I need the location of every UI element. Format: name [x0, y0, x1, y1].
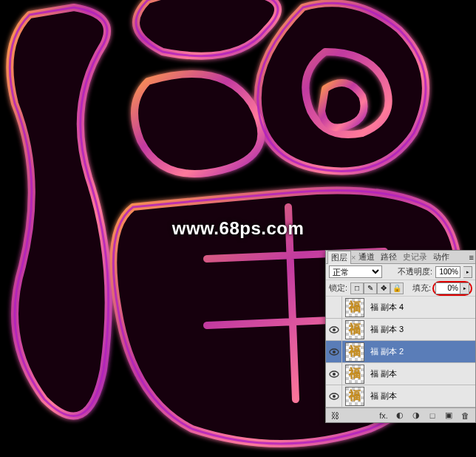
new-layer-icon[interactable]: ▣: [441, 410, 456, 422]
eye-icon: [329, 348, 339, 356]
blend-mode-select[interactable]: 正常: [329, 265, 382, 278]
layer-name-label[interactable]: 福 副本: [367, 390, 475, 402]
layer-name-label[interactable]: 福 副本 3: [367, 324, 475, 335]
layer-thumbnail: 福: [342, 341, 367, 362]
layers-panel: 图层 × 通道 路径 史记录 动作 ≡ 正常 不透明度: 100% ▸ 锁定: …: [325, 250, 476, 423]
panel-menu-icon[interactable]: ≡: [469, 253, 474, 262]
layer-name-label[interactable]: 福 副本: [367, 368, 475, 379]
fx-icon[interactable]: fx.: [376, 410, 391, 422]
fill-highlight-annotation: 0% ▸: [432, 281, 472, 296]
layer-thumbnail: 福: [342, 363, 367, 385]
layer-name-label[interactable]: 福 副本 4: [367, 302, 475, 313]
layer-visibility-toggle[interactable]: [326, 297, 342, 318]
tab-actions[interactable]: 动作: [430, 251, 452, 263]
fill-dropdown-icon[interactable]: ▸: [460, 282, 469, 294]
lock-pixels-icon[interactable]: ✎: [364, 282, 377, 294]
opacity-dropdown-icon[interactable]: ▸: [463, 266, 472, 278]
tab-history[interactable]: 史记录: [400, 251, 430, 263]
layer-thumbnail: 福: [342, 297, 367, 318]
lock-position-icon[interactable]: ✥: [377, 282, 390, 294]
layer-name-label[interactable]: 福 副本 2: [367, 346, 475, 357]
layer-thumbnail: 福: [342, 319, 367, 340]
layers-list: 福福 副本 4福福 副本 3福福 副本 2福福 副本福福 副本: [326, 297, 475, 407]
layer-row[interactable]: 福福 副本 2: [326, 341, 475, 363]
adjustment-icon[interactable]: ◑: [409, 410, 424, 422]
layer-visibility-toggle[interactable]: [326, 341, 342, 362]
opacity-label: 不透明度:: [398, 266, 432, 277]
blend-opacity-row: 正常 不透明度: 100% ▸: [326, 264, 475, 280]
fill-label: 填充:: [412, 282, 431, 294]
layer-row[interactable]: 福福 副本: [326, 385, 475, 407]
panel-tabs: 图层 × 通道 路径 史记录 动作 ≡: [326, 251, 475, 264]
opacity-input[interactable]: 100%: [435, 266, 460, 278]
eye-icon: [329, 393, 339, 400]
tab-paths[interactable]: 路径: [378, 251, 400, 263]
lock-fill-row: 锁定: □ ✎ ✥ 🔒 填充: 0% ▸: [326, 280, 475, 297]
svg-point-1: [333, 328, 336, 331]
layer-thumbnail: 福: [342, 385, 367, 407]
layer-row[interactable]: 福福 副本: [326, 363, 475, 385]
lock-label: 锁定:: [329, 282, 347, 294]
layer-row[interactable]: 福福 副本 4: [326, 297, 475, 319]
layer-row[interactable]: 福福 副本 3: [326, 319, 475, 341]
eye-icon: [329, 370, 339, 378]
mask-icon[interactable]: ◐: [392, 410, 407, 422]
svg-point-3: [333, 351, 336, 353]
lock-transparent-icon[interactable]: □: [350, 282, 364, 294]
layer-visibility-toggle[interactable]: [326, 385, 342, 407]
group-icon[interactable]: □: [425, 410, 440, 422]
tab-channels[interactable]: 通道: [356, 251, 378, 263]
svg-point-5: [333, 373, 336, 376]
eye-icon: [329, 326, 339, 334]
link-layers-icon[interactable]: ⛓: [329, 411, 341, 420]
panel-footer: ⛓ fx. ◐ ◑ □ ▣ 🗑: [326, 407, 475, 422]
layer-visibility-toggle[interactable]: [326, 319, 342, 340]
trash-icon[interactable]: 🗑: [458, 410, 472, 422]
layer-visibility-toggle[interactable]: [326, 363, 342, 385]
fill-input[interactable]: 0%: [435, 282, 460, 294]
svg-point-7: [333, 395, 336, 398]
watermark-text: www.68ps.com: [172, 218, 305, 239]
tab-layers[interactable]: 图层: [327, 251, 351, 264]
lock-all-icon[interactable]: 🔒: [390, 282, 404, 294]
